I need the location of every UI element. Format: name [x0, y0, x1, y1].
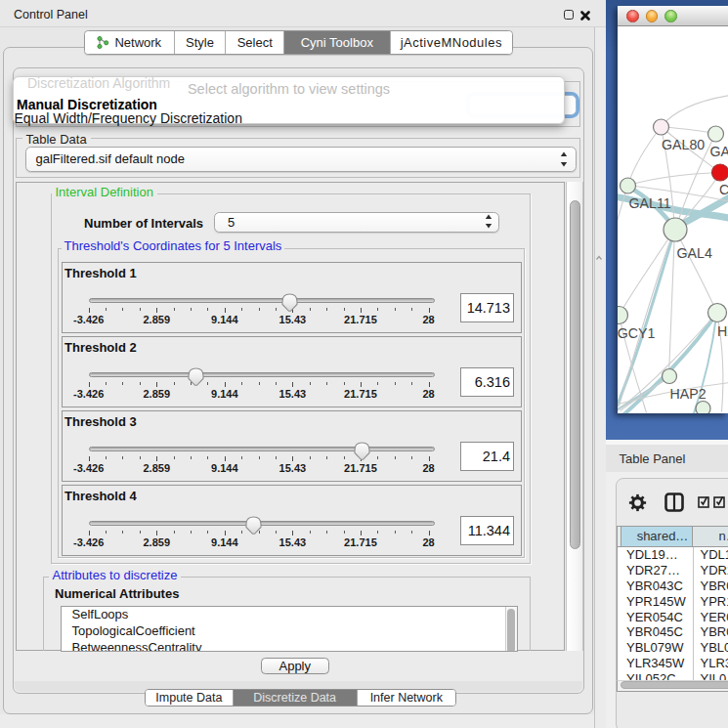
svg-text:GAL4: GAL4 [709, 144, 728, 159]
svg-text:GAL11: GAL11 [628, 195, 670, 211]
svg-text:GAL4: GAL4 [676, 245, 711, 261]
svg-text:GCY1: GCY1 [618, 324, 656, 340]
svg-text:HXT: HXT [717, 323, 728, 339]
svg-text:HAP2: HAP2 [669, 385, 706, 401]
svg-text:GAL80: GAL80 [662, 136, 705, 151]
svg-text:C: C [719, 182, 728, 197]
